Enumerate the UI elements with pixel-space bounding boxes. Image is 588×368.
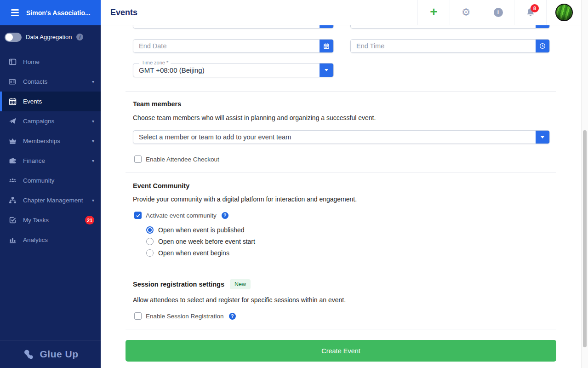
session-registration-row[interactable]: Enable Session Registration ? xyxy=(134,312,236,320)
team-member-select-dropdown-button[interactable] xyxy=(536,131,549,144)
sidebar-item-contacts[interactable]: Contacts ▾ xyxy=(0,72,101,92)
sidebar-item-label: Finance xyxy=(23,157,45,164)
community-option-row[interactable]: Open when event is published xyxy=(146,226,245,234)
caret-down-icon xyxy=(541,136,544,138)
community-option-row[interactable]: Open one week before event start xyxy=(146,238,255,245)
radio-icon[interactable] xyxy=(146,249,154,257)
radio-icon[interactable] xyxy=(146,238,154,245)
sidebar-nav: Home Contacts ▾ Events Campaigns ▾ xyxy=(0,49,101,250)
team-member-select-placeholder: Select a member or team to add to your e… xyxy=(133,131,536,144)
sidebar-header: Simon's Associatio... xyxy=(0,0,101,25)
scrollbar-thumb[interactable] xyxy=(583,130,587,347)
new-badge: New xyxy=(230,279,251,289)
task-check-icon xyxy=(9,216,17,224)
section-divider xyxy=(126,91,556,92)
timezone-label: Time zone * xyxy=(139,60,171,65)
crown-icon xyxy=(9,137,17,145)
notifications-button[interactable]: 8 xyxy=(514,0,546,25)
end-time-clock-button[interactable] xyxy=(536,40,549,52)
section-divider xyxy=(126,267,556,267)
menu-icon[interactable] xyxy=(11,9,19,16)
contacts-icon xyxy=(9,78,17,86)
session-heading-row: Session registration settings New xyxy=(133,279,251,289)
create-event-button[interactable]: Create Event xyxy=(126,340,556,362)
timezone-dropdown-button[interactable] xyxy=(320,63,333,77)
clipped-field-button[interactable] xyxy=(320,25,333,28)
help-icon[interactable]: ? xyxy=(222,212,228,219)
calendar-icon xyxy=(323,42,330,50)
main-area: Time zone * GMT +08:00 (Beijing) Team me… xyxy=(101,0,588,368)
end-date-input[interactable] xyxy=(133,40,320,52)
sidebar-footer: Glue Up xyxy=(0,340,101,368)
session-registration-checkbox[interactable] xyxy=(134,312,142,320)
glueup-logo-icon xyxy=(22,347,36,361)
attendee-checkout-checkbox[interactable] xyxy=(134,155,142,163)
notification-count-badge: 8 xyxy=(531,4,539,12)
event-community-heading: Event Community xyxy=(133,182,189,190)
chevron-down-icon: ▾ xyxy=(92,79,94,84)
clipped-input[interactable] xyxy=(133,25,320,28)
team-member-select[interactable]: Select a member or team to add to your e… xyxy=(133,130,550,144)
session-settings-heading: Session registration settings xyxy=(133,281,224,288)
sidebar-item-analytics[interactable]: Analytics xyxy=(0,230,101,250)
sidebar-item-events[interactable]: Events xyxy=(0,92,101,111)
home-icon xyxy=(9,58,17,66)
team-members-heading: Team members xyxy=(133,100,181,108)
sidebar: Simon's Associatio... Data Aggregation i… xyxy=(0,0,101,368)
sidebar-item-finance[interactable]: Finance ▾ xyxy=(0,151,101,171)
page-title: Events xyxy=(110,8,137,17)
info-icon[interactable]: i xyxy=(76,34,83,40)
chevron-down-icon: ▾ xyxy=(92,158,94,163)
settings-button[interactable]: ⚙ xyxy=(450,0,482,25)
sidebar-item-campaigns[interactable]: Campaigns ▾ xyxy=(0,111,101,131)
clipped-field-right xyxy=(350,25,550,29)
paper-plane-icon xyxy=(9,117,17,125)
activate-community-row[interactable]: Activate event community ? xyxy=(134,212,228,219)
clipped-field-button[interactable] xyxy=(536,25,549,28)
info-icon: i xyxy=(494,8,503,17)
radio-selected-icon[interactable] xyxy=(146,226,154,234)
org-name[interactable]: Simon's Associatio... xyxy=(26,9,91,17)
session-registration-label: Enable Session Registration xyxy=(146,313,224,320)
sidebar-item-label: Campaigns xyxy=(23,118,54,125)
profile-button[interactable] xyxy=(546,0,581,25)
avatar xyxy=(555,4,573,21)
attendee-checkout-row[interactable]: Enable Attendee Checkout xyxy=(134,155,219,163)
sidebar-item-home[interactable]: Home xyxy=(0,52,101,72)
activate-community-checkbox[interactable] xyxy=(134,212,142,219)
section-divider xyxy=(126,172,556,172)
sidebar-item-label: Memberships xyxy=(23,138,60,144)
help-icon[interactable]: ? xyxy=(229,313,236,320)
data-aggregation-toggle[interactable] xyxy=(5,33,22,42)
sidebar-item-memberships[interactable]: Memberships ▾ xyxy=(0,131,101,151)
community-option-row[interactable]: Open when event begins xyxy=(146,249,229,257)
community-option-label: Open one week before event start xyxy=(158,238,255,245)
add-button[interactable]: + xyxy=(417,0,450,25)
end-date-calendar-button[interactable] xyxy=(320,40,333,52)
timezone-field[interactable]: Time zone * GMT +08:00 (Beijing) xyxy=(133,63,334,77)
info-button[interactable]: i xyxy=(482,0,514,25)
session-settings-description: Allow attendees to select and register f… xyxy=(133,296,346,304)
clipped-field-left xyxy=(133,25,334,29)
scrollbar-track[interactable] xyxy=(581,0,588,368)
data-aggregation-row: Data Aggregation i xyxy=(0,25,101,49)
check-icon xyxy=(136,213,141,218)
data-aggregation-label: Data Aggregation xyxy=(26,34,72,40)
sidebar-item-chapter-management[interactable]: Chapter Management ▾ xyxy=(0,190,101,210)
sidebar-item-my-tasks[interactable]: My Tasks 21 xyxy=(0,210,101,230)
topbar-actions: + ⚙ i 8 xyxy=(417,0,581,25)
sidebar-item-label: Contacts xyxy=(23,78,47,85)
sidebar-item-label: Events xyxy=(23,98,42,105)
section-divider xyxy=(126,329,556,329)
community-option-label: Open when event begins xyxy=(158,249,229,257)
content-scroll-area: Time zone * GMT +08:00 (Beijing) Team me… xyxy=(101,25,588,368)
team-members-description: Choose team members who will assist in p… xyxy=(133,114,376,121)
clipped-input[interactable] xyxy=(351,25,536,28)
end-time-input[interactable] xyxy=(351,40,536,52)
sidebar-item-label: Chapter Management xyxy=(23,197,83,204)
wallet-icon xyxy=(9,157,17,165)
attendee-checkout-label: Enable Attendee Checkout xyxy=(146,156,219,163)
timezone-value: GMT +08:00 (Beijing) xyxy=(133,63,320,77)
calendar-icon xyxy=(9,98,17,105)
sidebar-item-community[interactable]: Community xyxy=(0,171,101,190)
